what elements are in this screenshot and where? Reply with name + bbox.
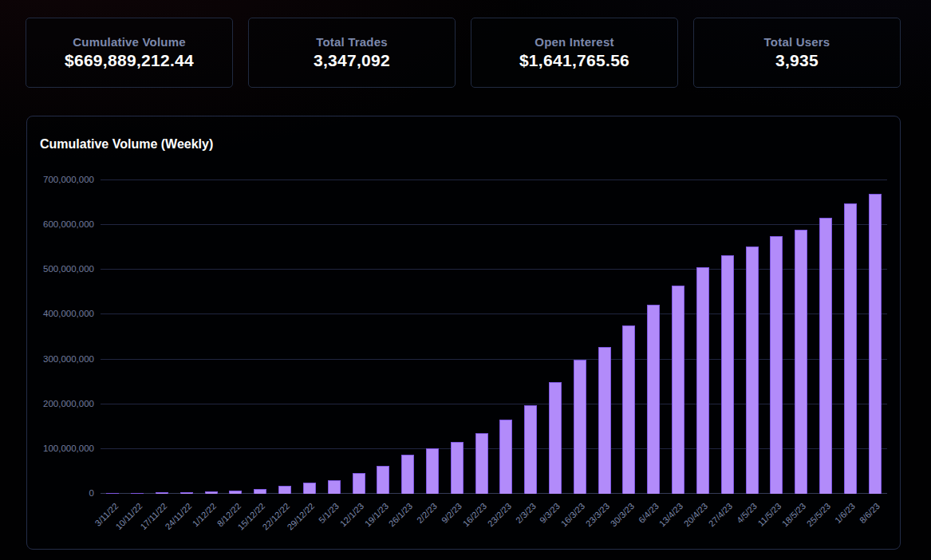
x-tick-label: 2/3/23 bbox=[514, 501, 538, 525]
bar-slot bbox=[199, 180, 223, 494]
bar-slot bbox=[223, 180, 248, 494]
bar-slot bbox=[248, 180, 273, 494]
x-tick-label: 23/2/23 bbox=[485, 501, 512, 528]
stat-label: Cumulative Volume bbox=[73, 35, 185, 49]
x-tick-label: 12/1/23 bbox=[338, 501, 365, 528]
bar-30/3/23[interactable] bbox=[622, 325, 635, 494]
x-tick-label: 23/3/23 bbox=[584, 501, 611, 528]
stat-label: Total Trades bbox=[316, 35, 388, 49]
bars-layer bbox=[101, 180, 887, 494]
y-tick-label: 100,000,000 bbox=[43, 444, 94, 453]
y-tick-label: 700,000,000 bbox=[43, 175, 94, 184]
bar-29/12/22[interactable] bbox=[303, 483, 316, 494]
bar-1/6/23[interactable] bbox=[844, 203, 857, 494]
y-tick-label: 300,000,000 bbox=[43, 354, 94, 364]
bar-slot bbox=[862, 180, 887, 494]
bar-slot bbox=[125, 180, 150, 494]
dashboard-page: { "stats": [ { "label": "Cumulative Volu… bbox=[0, 0, 931, 560]
stat-value: 3,347,092 bbox=[314, 51, 390, 70]
bar-5/1/23[interactable] bbox=[328, 480, 341, 494]
bar-slot bbox=[396, 180, 420, 494]
bar-slot bbox=[715, 180, 740, 494]
bar-19/1/23[interactable] bbox=[377, 466, 389, 494]
bar-4/5/23[interactable] bbox=[746, 246, 759, 494]
bar-slot bbox=[298, 180, 322, 494]
bar-slot bbox=[174, 180, 199, 494]
bar-slot bbox=[617, 180, 641, 494]
bar-12/1/23[interactable] bbox=[353, 473, 365, 494]
x-tick-label: 24/11/22 bbox=[163, 501, 193, 531]
bar-slot bbox=[641, 180, 666, 494]
chart-title: Cumulative Volume (Weekly) bbox=[40, 137, 213, 152]
bar-2/3/23[interactable] bbox=[524, 405, 537, 494]
bar-8/6/23[interactable] bbox=[869, 194, 882, 494]
bar-slot bbox=[346, 180, 371, 494]
y-tick-label: 600,000,000 bbox=[43, 219, 94, 229]
x-tick-label: 1/6/23 bbox=[833, 501, 857, 525]
stats-row: Cumulative Volume $669,889,212.44 Total … bbox=[26, 18, 901, 88]
bar-16/3/23[interactable] bbox=[574, 360, 586, 494]
bar-slot bbox=[592, 180, 617, 494]
bar-16/2/23[interactable] bbox=[475, 433, 488, 494]
x-tick-label: 16/2/23 bbox=[461, 501, 488, 528]
x-tick-label: 27/4/23 bbox=[707, 501, 734, 528]
x-tick-label: 19/1/23 bbox=[362, 501, 389, 528]
bar-27/4/23[interactable] bbox=[721, 255, 734, 494]
bar-6/4/23[interactable] bbox=[647, 305, 660, 494]
bar-18/5/23[interactable] bbox=[795, 230, 807, 494]
y-tick-label: 0 bbox=[89, 488, 94, 498]
bar-slot bbox=[666, 180, 691, 494]
x-tick-label: 30/3/23 bbox=[609, 501, 636, 528]
bar-11/5/23[interactable] bbox=[770, 236, 783, 494]
bar-23/2/23[interactable] bbox=[499, 420, 512, 494]
x-tick-label: 26/1/23 bbox=[387, 501, 414, 528]
stat-card-total-users: Total Users 3,935 bbox=[693, 18, 901, 88]
x-tick-label: 13/4/23 bbox=[657, 501, 684, 528]
bar-13/4/23[interactable] bbox=[672, 286, 684, 494]
cumulative-volume-chart-card: Cumulative Volume (Weekly) 0100,000,0002… bbox=[26, 116, 901, 550]
bar-slot bbox=[469, 180, 494, 494]
stat-label: Open Interest bbox=[535, 35, 613, 49]
x-tick-label: 25/5/23 bbox=[805, 501, 832, 528]
x-tick-label: 4/5/23 bbox=[735, 501, 759, 525]
bar-slot bbox=[322, 180, 346, 494]
bar-9/3/23[interactable] bbox=[549, 382, 562, 494]
bar-slot bbox=[150, 180, 175, 494]
bar-slot bbox=[814, 180, 838, 494]
stat-card-cumulative-volume: Cumulative Volume $669,889,212.44 bbox=[26, 18, 233, 88]
bar-22/12/22[interactable] bbox=[278, 486, 291, 494]
plot-area: 0100,000,000200,000,000300,000,000400,00… bbox=[101, 180, 887, 494]
stat-card-total-trades: Total Trades 3,347,092 bbox=[248, 18, 456, 88]
bar-slot bbox=[519, 180, 543, 494]
bar-9/2/23[interactable] bbox=[451, 442, 464, 494]
stat-card-open-interest: Open Interest $1,641,765.56 bbox=[471, 18, 678, 88]
bar-slot bbox=[444, 180, 469, 494]
y-tick-label: 500,000,000 bbox=[43, 264, 94, 274]
bar-23/3/23[interactable] bbox=[598, 347, 611, 494]
bar-slot bbox=[543, 180, 568, 494]
bar-slot bbox=[838, 180, 862, 494]
x-tick-label: 17/11/22 bbox=[138, 501, 168, 531]
bar-slot bbox=[789, 180, 814, 494]
bar-slot bbox=[494, 180, 519, 494]
stat-value: $669,889,212.44 bbox=[65, 51, 194, 70]
stat-value: 3,935 bbox=[775, 51, 819, 70]
bar-25/5/23[interactable] bbox=[819, 218, 832, 494]
bar-slot bbox=[740, 180, 764, 494]
stat-label: Total Users bbox=[764, 35, 830, 49]
bar-slot bbox=[371, 180, 396, 494]
bar-slot bbox=[764, 180, 789, 494]
bar-2/2/23[interactable] bbox=[426, 448, 439, 494]
x-tick-label: 8/6/23 bbox=[858, 501, 882, 525]
x-tick-label: 16/3/23 bbox=[559, 501, 586, 528]
x-tick-label: 11/5/23 bbox=[756, 501, 783, 528]
stat-value: $1,641,765.56 bbox=[519, 51, 629, 70]
bar-slot bbox=[101, 180, 125, 494]
x-tick-label: 2/2/23 bbox=[415, 501, 439, 525]
x-tick-label: 18/5/23 bbox=[780, 501, 807, 528]
x-axis-labels: 3/11/2210/11/2217/11/2224/11/221/12/228/… bbox=[101, 494, 887, 550]
bar-26/1/23[interactable] bbox=[401, 455, 414, 494]
x-tick-label: 20/4/23 bbox=[682, 501, 709, 528]
bar-20/4/23[interactable] bbox=[696, 267, 709, 494]
x-tick-label: 1/12/22 bbox=[191, 501, 218, 528]
